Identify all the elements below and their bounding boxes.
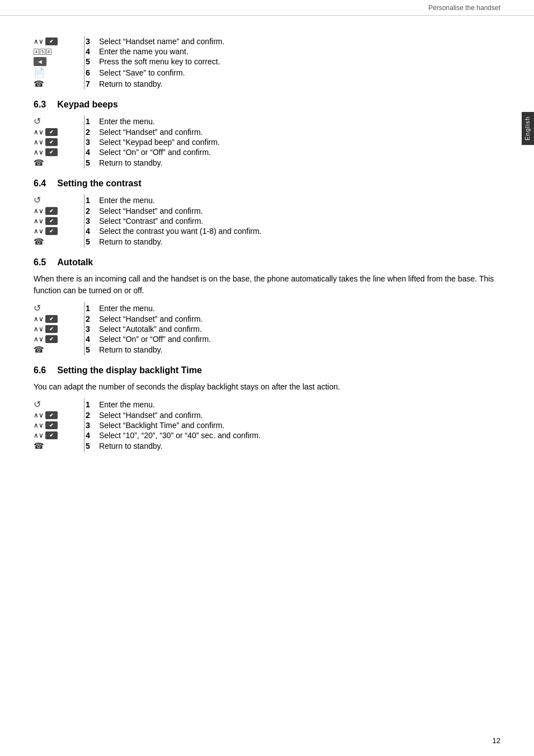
step-number: 4 bbox=[86, 430, 99, 440]
table-row: ↺ 1 Enter the menu. bbox=[34, 194, 500, 206]
section-heading-6-4: 6.4Setting the contrast bbox=[34, 179, 500, 189]
step-number: 3 bbox=[86, 36, 99, 46]
main-content: ∧∨ ✔ 3 Select “Handset name” and confirm… bbox=[34, 36, 500, 452]
step-text: Return to standby. bbox=[99, 344, 500, 355]
step-text: Select “10”, “20”, “30” or “40” sec. and… bbox=[99, 430, 500, 440]
table-row: ∧∨ ✔ 3 Select “Backlight Time” and confi… bbox=[34, 420, 500, 430]
step-number: 4 bbox=[86, 226, 99, 236]
step-text: Select “Save” to confirm. bbox=[99, 67, 500, 78]
menu-icon: ↺ bbox=[34, 195, 84, 205]
step-icon-cell: ☎ bbox=[34, 157, 84, 168]
table-row: ∧∨ ✔ 2 Select “Handset” and confirm. bbox=[34, 314, 500, 324]
step-icon-cell: ∧∨ ✔ bbox=[34, 420, 84, 430]
table-row: ∧∨ ✔ 4 Select “On” or “Off” and confirm. bbox=[34, 147, 500, 157]
step-icon-cell: ∧∨ ✔ bbox=[34, 36, 84, 46]
endcall-icon: ☎ bbox=[34, 237, 84, 247]
step-text: Select “Contrast” and confirm. bbox=[99, 216, 500, 226]
step-text: Enter the menu. bbox=[99, 194, 500, 206]
step-text: Select “Handset name” and confirm. bbox=[99, 36, 500, 46]
backspace-icon: ◄ bbox=[34, 57, 84, 66]
save-icon: 📄 bbox=[34, 67, 84, 78]
updown-confirm-icon: ∧∨ ✔ bbox=[34, 421, 84, 429]
step-icon-cell: ☎ bbox=[34, 236, 84, 247]
menu-icon: ↺ bbox=[34, 303, 84, 313]
endcall-icon: ☎ bbox=[34, 345, 84, 355]
updown-confirm-icon: ∧∨ ✔ bbox=[34, 128, 84, 136]
updown-confirm-icon: ∧∨ ✔ bbox=[34, 315, 84, 323]
page-container: Personalise the handset English 12 ∧∨ ✔ bbox=[0, 0, 534, 756]
step-icon-cell: ↺ bbox=[34, 302, 84, 314]
side-tab-english: English bbox=[522, 112, 534, 145]
table-row: ∧∨ ✔ 2 Select “Handset” and confirm. bbox=[34, 127, 500, 137]
updown-confirm-icon: ∧∨ ✔ bbox=[34, 138, 84, 146]
page-number: 12 bbox=[493, 736, 500, 745]
step-icon-cell: ∧∨ ✔ bbox=[34, 127, 84, 137]
step-number: 5 bbox=[86, 236, 99, 247]
step-number: 2 bbox=[86, 127, 99, 137]
updown-confirm-icon: ∧∨ ✔ bbox=[34, 335, 84, 343]
step-number: 3 bbox=[86, 420, 99, 430]
table-row: ☎ 7 Return to standby. bbox=[34, 78, 500, 90]
top-header: Personalise the handset bbox=[0, 0, 534, 16]
step-text: Select “On” or “Off” and confirm. bbox=[99, 147, 500, 157]
step-text: Enter the menu. bbox=[99, 302, 500, 314]
table-row: ☎ 5 Return to standby. bbox=[34, 440, 500, 452]
step-number: 3 bbox=[86, 216, 99, 226]
step-text: Select “Keypad beep” and confirm. bbox=[99, 137, 500, 147]
step-icon-cell: ↺ bbox=[34, 194, 84, 206]
pre-section-table: ∧∨ ✔ 3 Select “Handset name” and confirm… bbox=[34, 36, 500, 90]
step-icon-cell: ↺ bbox=[34, 115, 84, 127]
section-6-3-table: ↺ 1 Enter the menu. ∧∨ ✔ bbox=[34, 115, 500, 168]
table-row: ∧∨ ✔ 4 Select “10”, “20”, “30” or “40” s… bbox=[34, 430, 500, 440]
step-icon-cell: ∧∨ ✔ bbox=[34, 314, 84, 324]
step-icon-cell: 📄 bbox=[34, 67, 84, 78]
step-number: 1 bbox=[86, 302, 99, 314]
step-icon-cell: ∧∨ ✔ bbox=[34, 324, 84, 334]
table-row: ☎ 5 Return to standby. bbox=[34, 344, 500, 355]
updown-confirm-icon: ∧∨ ✔ bbox=[34, 207, 84, 215]
keyboard-icon: 4 5 6 bbox=[34, 49, 84, 55]
section-6-5-description: When there is an incoming call and the h… bbox=[34, 273, 500, 297]
step-number: 3 bbox=[86, 137, 99, 147]
step-icon-cell: ↺ bbox=[34, 398, 84, 410]
step-text: Return to standby. bbox=[99, 440, 500, 452]
section-6-5-table: ↺ 1 Enter the menu. ∧∨ ✔ 2 bbox=[34, 302, 500, 355]
step-number: 5 bbox=[86, 157, 99, 168]
table-row: ↺ 1 Enter the menu. bbox=[34, 302, 500, 314]
step-text: Select the contrast you want (1-8) and c… bbox=[99, 226, 500, 236]
step-number: 4 bbox=[86, 46, 99, 57]
step-text: Select “Handset” and confirm. bbox=[99, 127, 500, 137]
step-icon-cell: ∧∨ ✔ bbox=[34, 410, 84, 420]
table-row: ☎ 5 Return to standby. bbox=[34, 236, 500, 247]
updown-confirm-icon: ∧∨ ✔ bbox=[34, 325, 84, 333]
step-number: 7 bbox=[86, 78, 99, 90]
step-number: 3 bbox=[86, 324, 99, 334]
step-icon-cell: ∧∨ ✔ bbox=[34, 334, 84, 344]
section-6-4-table: ↺ 1 Enter the menu. ∧∨ ✔ 2 bbox=[34, 194, 500, 247]
table-row: ∧∨ ✔ 2 Select “Handset” and confirm. bbox=[34, 206, 500, 216]
step-text: Enter the menu. bbox=[99, 398, 500, 410]
section-heading-6-6: 6.6Setting the display backlight Time bbox=[34, 365, 500, 375]
step-number: 5 bbox=[86, 440, 99, 452]
step-text: Select “Handset” and confirm. bbox=[99, 314, 500, 324]
step-icon-cell: 4 5 6 bbox=[34, 46, 84, 57]
step-icon-cell: ∧∨ ✔ bbox=[34, 226, 84, 236]
step-number: 4 bbox=[86, 334, 99, 344]
step-text: Select “Handset” and confirm. bbox=[99, 206, 500, 216]
updown-confirm-icon: ∧∨ ✔ bbox=[34, 431, 84, 439]
step-icon-cell: ☎ bbox=[34, 440, 84, 452]
updown-confirm-icon: ∧∨ ✔ bbox=[34, 148, 84, 156]
header-title: Personalise the handset bbox=[428, 4, 500, 12]
table-row: ∧∨ ✔ 3 Select “Keypad beep” and confirm. bbox=[34, 137, 500, 147]
step-number: 4 bbox=[86, 147, 99, 157]
table-row: 4 5 6 4 Enter the name you want. bbox=[34, 46, 500, 57]
step-text: Select “Handset” and confirm. bbox=[99, 410, 500, 420]
table-row: ∧∨ ✔ 3 Select “Handset name” and confirm… bbox=[34, 36, 500, 46]
table-row: ↺ 1 Enter the menu. bbox=[34, 398, 500, 410]
step-text: Return to standby. bbox=[99, 78, 500, 90]
step-number: 2 bbox=[86, 206, 99, 216]
step-text: Press the soft menu key to correct. bbox=[99, 57, 500, 67]
table-row: 📄 6 Select “Save” to confirm. bbox=[34, 67, 500, 78]
step-number: 2 bbox=[86, 410, 99, 420]
step-number: 1 bbox=[86, 115, 99, 127]
